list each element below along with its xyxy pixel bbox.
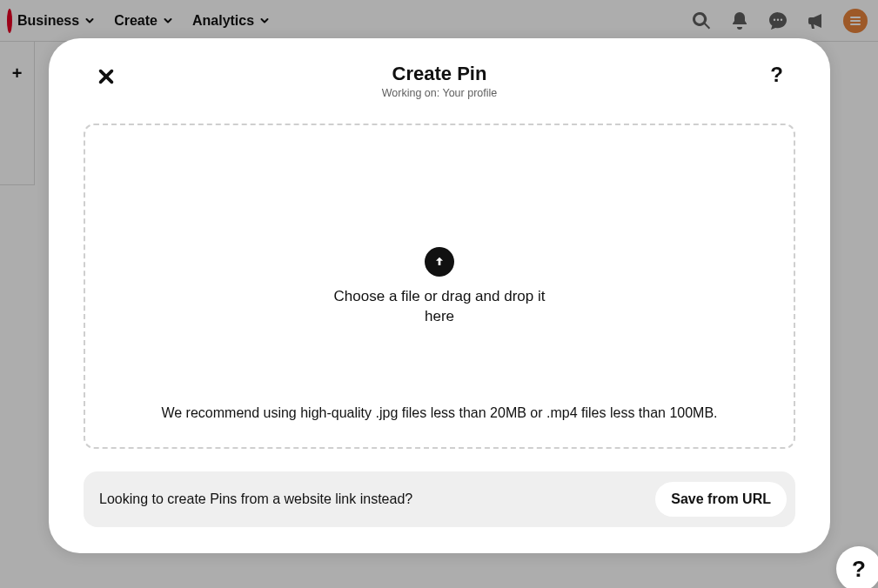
modal-title: Create Pin bbox=[382, 63, 498, 85]
save-url-bar: Looking to create Pins from a website li… bbox=[84, 471, 795, 527]
close-icon bbox=[97, 67, 116, 86]
save-url-prompt: Looking to create Pins from a website li… bbox=[99, 491, 645, 507]
modal-header: Create Pin Working on: Your profile ? bbox=[84, 59, 795, 103]
modal-subtitle: Working on: Your profile bbox=[382, 87, 498, 99]
upload-dropzone[interactable]: Choose a file or drag and drop it here W… bbox=[84, 124, 795, 449]
dropzone-center: Choose a file or drag and drop it here bbox=[85, 247, 794, 327]
dropzone-recommend-text: We recommend using high-quality .jpg fil… bbox=[85, 405, 794, 421]
modal-help-button[interactable]: ? bbox=[763, 59, 790, 90]
create-pin-modal: Create Pin Working on: Your profile ? Ch… bbox=[49, 38, 830, 553]
save-from-url-button[interactable]: Save from URL bbox=[655, 482, 787, 517]
close-button[interactable] bbox=[89, 59, 124, 94]
dropzone-text: Choose a file or drag and drop it here bbox=[326, 287, 553, 327]
modal-title-group: Create Pin Working on: Your profile bbox=[382, 63, 498, 99]
help-icon: ? bbox=[852, 556, 866, 583]
help-icon: ? bbox=[770, 63, 783, 86]
floating-help-button[interactable]: ? bbox=[836, 546, 878, 588]
upload-icon bbox=[425, 247, 454, 277]
